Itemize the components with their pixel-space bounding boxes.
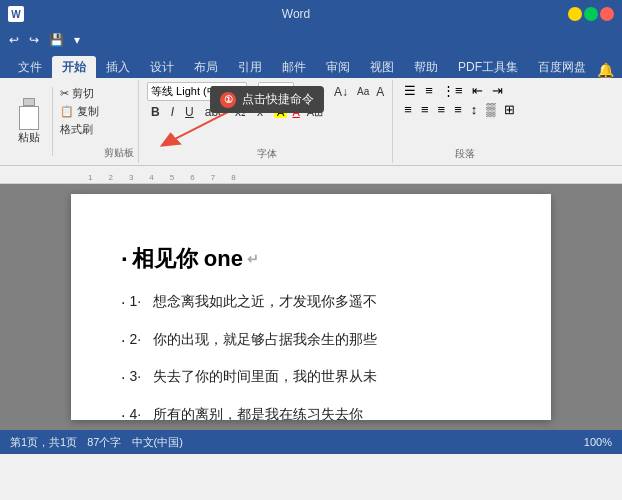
ruler-mark-1: 1 (88, 173, 92, 182)
para-label: 段落 (401, 145, 529, 161)
tab-baidu-pan[interactable]: 百度网盘 (528, 56, 596, 78)
close-button[interactable] (600, 7, 614, 21)
font-label: 字体 (147, 145, 386, 161)
tab-view[interactable]: 视图 (360, 56, 404, 78)
ruler-mark-7: 7 (211, 173, 215, 182)
underline-button[interactable]: U (181, 103, 198, 121)
doc-title: 相见你 one ↵ (121, 244, 501, 274)
font-format-clear[interactable]: A (374, 84, 386, 100)
align-center-button[interactable]: ≡ (418, 101, 432, 118)
clipboard-group: 粘贴 ✂ 剪切 📋 复制 格式刷 剪贴板 (4, 80, 139, 163)
tab-insert[interactable]: 插入 (96, 56, 140, 78)
ribbon-pin-icon[interactable]: 🔔 (597, 62, 614, 78)
doc-item-2: 2· 你的出现，就足够占据我余生的那些 (121, 328, 501, 354)
line-spacing-button[interactable]: ↕ (468, 101, 481, 118)
zoom-level[interactable]: 100% (584, 436, 612, 448)
ruler-mark-8: 8 (231, 173, 235, 182)
ruler-scale: 1 2 3 4 5 6 7 8 (80, 168, 244, 182)
title-bar-controls (568, 7, 614, 21)
tab-home[interactable]: 开始 (52, 56, 96, 78)
font-aa-button[interactable]: Aa (355, 85, 371, 98)
title-bar-left: W (8, 6, 24, 22)
italic-button[interactable]: I (167, 103, 178, 121)
ruler-mark-4: 4 (149, 173, 153, 182)
tab-references[interactable]: 引用 (228, 56, 272, 78)
ruler: 1 2 3 4 5 6 7 8 (0, 166, 622, 184)
quick-access-toolbar: ↩ ↪ 💾 ▾ (0, 28, 622, 52)
clipboard-label: 剪贴板 (104, 144, 134, 160)
tab-design[interactable]: 设计 (140, 56, 184, 78)
align-left-button[interactable]: ≡ (401, 101, 415, 118)
tab-layout[interactable]: 布局 (184, 56, 228, 78)
divider (52, 87, 53, 156)
paste-icon (15, 98, 43, 130)
tab-help[interactable]: 帮助 (404, 56, 448, 78)
doc-item-3: 3· 失去了你的时间里面，我的世界从未 (121, 365, 501, 391)
maximize-button[interactable] (584, 7, 598, 21)
decrease-indent-button[interactable]: ⇤ (469, 82, 486, 99)
ribbon-tabs: 文件 开始 插入 设计 布局 引用 邮件 审阅 视图 帮助 PDF工具集 百度网… (0, 52, 622, 78)
undo-button[interactable]: ↩ (6, 32, 22, 48)
language[interactable]: 中文(中国) (132, 435, 183, 450)
ribbon-area: 粘贴 ✂ 剪切 📋 复制 格式刷 剪贴板 等线 Light (中文 ▾ 三号 ▾ (0, 78, 622, 166)
ruler-mark-5: 5 (170, 173, 174, 182)
tab-pdf-tools[interactable]: PDF工具集 (448, 56, 528, 78)
status-bar: 第1页，共1页 87个字 中文(中国) 100% (0, 430, 622, 454)
doc-item-1: 1· 想念离我如此之近，才发现你多遥不 (121, 290, 501, 316)
bold-button[interactable]: B (147, 103, 164, 121)
para-row-1: ☰ ≡ ⋮≡ ⇤ ⇥ (401, 82, 518, 99)
paste-button[interactable]: 粘贴 (8, 83, 50, 160)
redo-button[interactable]: ↪ (26, 32, 42, 48)
ruler-mark-3: 3 (129, 173, 133, 182)
clipboard-right: ✂ 剪切 📋 复制 格式刷 (55, 83, 104, 160)
word-icon: W (8, 6, 24, 22)
minimize-button[interactable] (568, 7, 582, 21)
ruler-mark-6: 6 (190, 173, 194, 182)
document-area: 相见你 one ↵ 1· 想念离我如此之近，才发现你多遥不 2· 你的出现，就足… (0, 184, 622, 430)
increase-indent-button[interactable]: ⇥ (489, 82, 506, 99)
borders-button[interactable]: ⊞ (501, 101, 518, 118)
shading-button[interactable]: ▒ (483, 101, 498, 118)
align-right-button[interactable]: ≡ (435, 101, 449, 118)
cut-button[interactable]: ✂ 剪切 (57, 85, 102, 102)
font-shrink-button[interactable]: A↓ (330, 83, 352, 101)
multilevel-list-button[interactable]: ⋮≡ (439, 82, 466, 99)
doc-item-4: 4· 所有的离别，都是我在练习失去你 (121, 403, 501, 420)
numbering-button[interactable]: ≡ (422, 82, 436, 99)
document-page[interactable]: 相见你 one ↵ 1· 想念离我如此之近，才发现你多遥不 2· 你的出现，就足… (71, 194, 551, 420)
doc-top-margin (121, 224, 501, 244)
copy-button[interactable]: 📋 复制 (57, 103, 102, 120)
tooltip-bubble: ① 点击快捷命令 (210, 86, 324, 113)
justify-button[interactable]: ≡ (451, 101, 465, 118)
tooltip-text: 点击快捷命令 (242, 91, 314, 108)
page-info[interactable]: 第1页，共1页 (10, 435, 77, 450)
enter-symbol: ↵ (247, 251, 259, 267)
paste-board-shape (19, 106, 39, 130)
paste-label: 粘贴 (18, 130, 40, 145)
save-button[interactable]: 💾 (46, 32, 67, 48)
tab-mailings[interactable]: 邮件 (272, 56, 316, 78)
ruler-mark-2: 2 (108, 173, 112, 182)
tab-file[interactable]: 文件 (8, 56, 52, 78)
format-painter-button[interactable]: 格式刷 (57, 121, 102, 138)
para-row-2: ≡ ≡ ≡ ≡ ↕ ▒ ⊞ (401, 101, 518, 118)
qa-dropdown[interactable]: ▾ (71, 32, 83, 48)
word-count[interactable]: 87个字 (87, 435, 121, 450)
paste-clip-shape (23, 98, 35, 106)
bullets-button[interactable]: ☰ (401, 82, 419, 99)
paragraph-group: ☰ ≡ ⋮≡ ⇤ ⇥ ≡ ≡ ≡ ≡ ↕ ▒ ⊞ 段落 (395, 80, 535, 163)
title-bar-title: Word (282, 7, 310, 21)
tooltip-num: ① (220, 92, 236, 108)
tab-review[interactable]: 审阅 (316, 56, 360, 78)
title-bar: W Word (0, 0, 622, 28)
